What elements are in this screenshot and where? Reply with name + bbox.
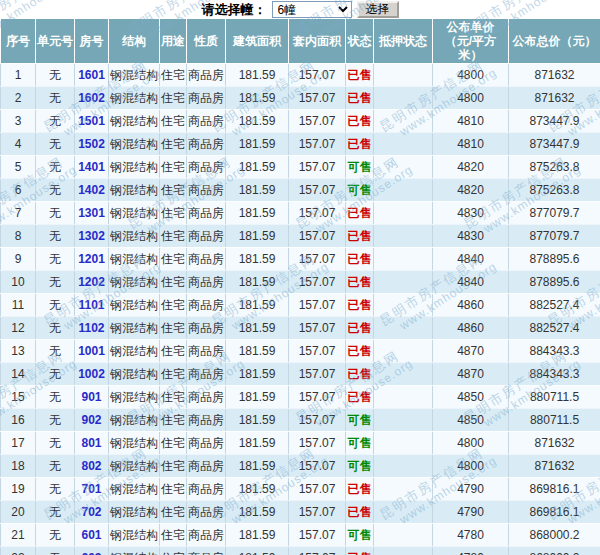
cell-nature: 商品房 [187, 547, 226, 555]
cell-inner_area: 157.07 [289, 478, 346, 501]
cell-mortgage [374, 524, 433, 547]
cell-use: 住宅 [160, 386, 187, 409]
cell-structure: 钢混结构 [109, 478, 160, 501]
room-number-link[interactable]: 1301 [78, 206, 105, 220]
cell-unit: 无 [36, 294, 75, 317]
room-number-link[interactable]: 901 [81, 390, 101, 404]
cell-build_area: 181.59 [226, 87, 289, 110]
cell-unit: 无 [36, 340, 75, 363]
column-header: 结构 [109, 19, 160, 64]
room-number-link[interactable]: 802 [81, 459, 101, 473]
cell-build_area: 181.59 [226, 317, 289, 340]
cell-unit_price: 4800 [433, 64, 509, 87]
cell-seq: 10 [1, 271, 36, 294]
cell-build_area: 181.59 [226, 110, 289, 133]
room-number-link[interactable]: 1201 [78, 252, 105, 266]
cell-seq: 7 [1, 202, 36, 225]
cell-mortgage [374, 271, 433, 294]
cell-room: 801 [75, 432, 109, 455]
cell-total_price: 868000.2 [509, 524, 600, 547]
cell-inner_area: 157.07 [289, 409, 346, 432]
cell-use: 住宅 [160, 455, 187, 478]
cell-structure: 钢混结构 [109, 294, 160, 317]
cell-use: 住宅 [160, 432, 187, 455]
cell-status: 已售 [346, 340, 374, 363]
cell-unit_price: 4830 [433, 225, 509, 248]
room-number-link[interactable]: 1502 [78, 137, 105, 151]
cell-total_price: 884343.3 [509, 340, 600, 363]
cell-seq: 17 [1, 432, 36, 455]
cell-nature: 商品房 [187, 478, 226, 501]
cell-build_area: 181.59 [226, 409, 289, 432]
cell-build_area: 181.59 [226, 501, 289, 524]
cell-use: 住宅 [160, 248, 187, 271]
cell-status: 可售 [346, 409, 374, 432]
cell-room: 601 [75, 524, 109, 547]
cell-nature: 商品房 [187, 110, 226, 133]
cell-unit: 无 [36, 501, 75, 524]
cell-use: 住宅 [160, 409, 187, 432]
column-header: 状态 [346, 19, 374, 64]
cell-total_price: 877079.7 [509, 225, 600, 248]
cell-structure: 钢混结构 [109, 87, 160, 110]
cell-seq: 20 [1, 501, 36, 524]
room-number-link[interactable]: 1501 [78, 114, 105, 128]
cell-seq: 21 [1, 524, 36, 547]
cell-unit_price: 4840 [433, 248, 509, 271]
room-number-link[interactable]: 801 [81, 436, 101, 450]
cell-status: 可售 [346, 455, 374, 478]
cell-nature: 商品房 [187, 455, 226, 478]
cell-unit: 无 [36, 547, 75, 555]
cell-unit_price: 4850 [433, 386, 509, 409]
room-number-link[interactable]: 1101 [78, 298, 104, 312]
cell-room: 1202 [75, 271, 109, 294]
room-number-link[interactable]: 1001 [78, 344, 105, 358]
column-header: 序号 [1, 19, 36, 64]
cell-use: 住宅 [160, 294, 187, 317]
cell-nature: 商品房 [187, 363, 226, 386]
room-number-link[interactable]: 1302 [78, 229, 105, 243]
cell-seq: 15 [1, 386, 36, 409]
select-button[interactable]: 选择 [357, 1, 399, 18]
cell-unit: 无 [36, 409, 75, 432]
cell-status: 可售 [346, 432, 374, 455]
cell-inner_area: 157.07 [289, 501, 346, 524]
room-number-link[interactable]: 1202 [78, 275, 105, 289]
cell-use: 住宅 [160, 547, 187, 555]
cell-room: 1101 [75, 294, 109, 317]
cell-total_price: 875263.8 [509, 156, 600, 179]
column-header: 建筑面积 [226, 19, 289, 64]
cell-unit: 无 [36, 317, 75, 340]
room-number-link[interactable]: 1002 [78, 367, 105, 381]
table-row: 9无1201钢混结构住宅商品房181.59157.07已售4840878895.… [1, 248, 600, 271]
cell-total_price: 869816.1 [509, 501, 600, 524]
cell-total_price: 877079.7 [509, 202, 600, 225]
cell-nature: 商品房 [187, 340, 226, 363]
cell-room: 1402 [75, 179, 109, 202]
building-select[interactable]: 6幢 [272, 1, 352, 18]
cell-unit_price: 4820 [433, 156, 509, 179]
table-row: 10无1202钢混结构住宅商品房181.59157.07已售4840878895… [1, 271, 600, 294]
room-number-link[interactable]: 602 [81, 551, 101, 555]
room-number-link[interactable]: 702 [81, 505, 101, 519]
cell-structure: 钢混结构 [109, 179, 160, 202]
cell-inner_area: 157.07 [289, 455, 346, 478]
room-number-link[interactable]: 1601 [78, 68, 105, 82]
cell-room: 1601 [75, 64, 109, 87]
room-number-link[interactable]: 701 [81, 482, 101, 496]
cell-room: 1102 [75, 317, 109, 340]
cell-unit_price: 4790 [433, 478, 509, 501]
table-row: 2无1602钢混结构住宅商品房181.59157.07已售4800871632 [1, 87, 600, 110]
room-number-link[interactable]: 601 [81, 528, 101, 542]
room-number-link[interactable]: 1402 [78, 183, 105, 197]
room-number-link[interactable]: 902 [81, 413, 101, 427]
cell-status: 已售 [346, 271, 374, 294]
cell-seq: 1 [1, 64, 36, 87]
column-header: 房号 [75, 19, 109, 64]
cell-inner_area: 157.07 [289, 524, 346, 547]
room-number-link[interactable]: 1102 [78, 321, 104, 335]
room-number-link[interactable]: 1602 [78, 91, 105, 105]
room-number-link[interactable]: 1401 [78, 160, 105, 174]
listing-table: 序号单元号房号结构用途性质建筑面积套内面积状态抵押状态公布单价（元/平方米）公布… [0, 18, 600, 555]
cell-nature: 商品房 [187, 501, 226, 524]
